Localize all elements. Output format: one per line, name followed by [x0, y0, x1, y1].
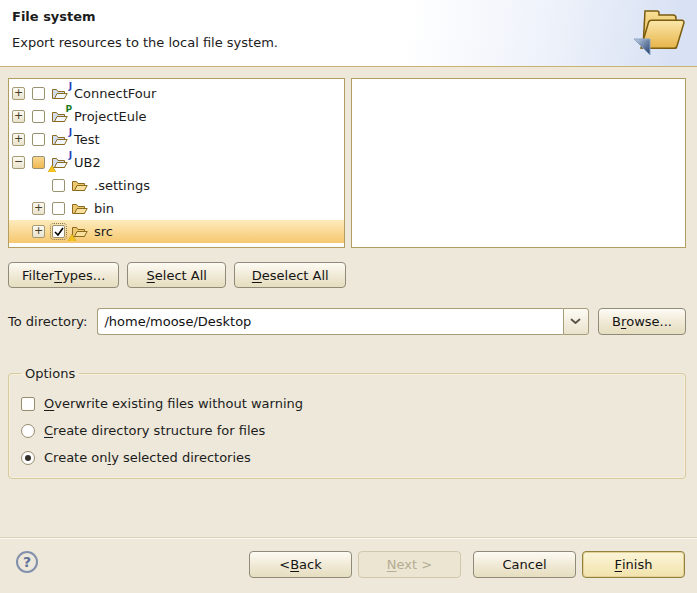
tree-row-UB2[interactable]: −JUB2 — [9, 151, 344, 174]
file-list-pane[interactable] — [351, 78, 686, 248]
tree-item-checkbox[interactable] — [32, 110, 45, 123]
to-directory-label: To directory: — [8, 314, 87, 329]
tree-item-label[interactable]: ConnectFour — [74, 86, 156, 101]
only-selected-label: Create only selected directories — [44, 450, 251, 465]
java-project-folder-icon: J — [51, 133, 69, 147]
filter-types-button[interactable]: Filter Types... — [8, 262, 119, 288]
directory-combo — [97, 308, 589, 335]
folder-warning-icon — [71, 225, 89, 239]
cancel-button[interactable]: Cancel — [473, 551, 576, 578]
directory-input[interactable] — [97, 308, 563, 335]
export-folder-icon — [625, 2, 689, 64]
tree-item-label[interactable]: src — [94, 224, 113, 239]
help-button[interactable]: ? — [16, 551, 38, 573]
browse-button[interactable]: Browse... — [598, 308, 686, 335]
tree-expander-icon[interactable]: + — [12, 110, 25, 123]
selection-buttons: Filter Types... Select All Deselect All — [8, 262, 346, 288]
wizard-buttons: < Back Next > Cancel Finish — [249, 551, 685, 578]
tree-item-label[interactable]: UB2 — [74, 155, 101, 170]
export-wizard-dialog: File system Export resources to the loca… — [0, 0, 697, 593]
directory-structure-option[interactable]: Create directory structure for files — [21, 422, 675, 439]
tree-item-checkbox[interactable] — [52, 202, 65, 215]
java-project-folder-icon: J — [51, 87, 69, 101]
tree-row-bin[interactable]: +bin — [9, 197, 344, 220]
tree-expander-icon[interactable]: + — [12, 87, 25, 100]
tree-item-checkbox[interactable] — [32, 87, 45, 100]
only-selected-option[interactable]: Create only selected directories — [21, 449, 675, 466]
resource-tree[interactable]: +JConnectFour+PProjectEule+JTest−JUB2.se… — [8, 78, 345, 248]
tree-item-checkbox[interactable] — [32, 133, 45, 146]
tree-expander-icon[interactable]: + — [12, 133, 25, 146]
tree-expander-icon[interactable]: + — [32, 225, 45, 238]
tree-item-label[interactable]: bin — [94, 201, 114, 216]
decorator-J-icon: J — [69, 151, 72, 160]
warning-decorator-icon — [68, 234, 76, 241]
decorator-J-icon: J — [69, 82, 72, 91]
tree-expander-icon[interactable]: − — [12, 156, 25, 169]
button-bar: ? < Back Next > Cancel Finish — [0, 537, 697, 593]
tree-item-checkbox[interactable] — [32, 156, 45, 169]
tree-row-.settings[interactable]: .settings — [9, 174, 344, 197]
next-button[interactable]: Next > — [358, 551, 461, 578]
directory-dropdown-button[interactable] — [563, 308, 589, 335]
destination-row: To directory: Browse... — [8, 308, 686, 335]
directory-structure-radio[interactable] — [21, 424, 35, 438]
page-title: File system — [12, 9, 96, 24]
tree-item-checkbox[interactable] — [52, 179, 65, 192]
only-selected-radio[interactable] — [21, 451, 35, 465]
tree-item-label[interactable]: Test — [74, 132, 100, 147]
tree-item-label[interactable]: ProjectEule — [74, 109, 147, 124]
options-group: Options Overwrite existing files without… — [8, 366, 686, 479]
back-button[interactable]: < Back — [249, 551, 352, 578]
tree-expander-icon[interactable]: + — [32, 202, 45, 215]
tree-row-ProjectEule[interactable]: +PProjectEule — [9, 105, 344, 128]
decorator-J-icon: J — [69, 128, 72, 137]
tree-row-Test[interactable]: +JTest — [9, 128, 344, 151]
java-project-folder-warning-icon: J — [51, 156, 69, 170]
decorator-P-icon: P — [65, 105, 72, 114]
wizard-banner: File system Export resources to the loca… — [0, 0, 697, 67]
chevron-down-icon — [570, 318, 581, 325]
overwrite-option[interactable]: Overwrite existing files without warning — [21, 395, 675, 412]
tree-item-label[interactable]: .settings — [94, 178, 150, 193]
tree-item-checkbox[interactable] — [52, 225, 65, 238]
deselect-all-button[interactable]: Deselect All — [234, 262, 346, 288]
finish-button[interactable]: Finish — [582, 551, 685, 578]
folder-icon — [71, 202, 89, 216]
select-all-button[interactable]: Select All — [127, 262, 226, 288]
tree-row-src[interactable]: +src — [9, 220, 344, 243]
directory-structure-label: Create directory structure for files — [44, 423, 265, 438]
folder-icon — [71, 179, 89, 193]
warning-decorator-icon — [48, 165, 56, 172]
page-subtitle: Export resources to the local file syste… — [12, 35, 278, 50]
overwrite-label: Overwrite existing files without warning — [44, 396, 303, 411]
project-folder-icon: P — [51, 110, 69, 124]
options-group-title: Options — [21, 366, 79, 381]
tree-row-ConnectFour[interactable]: +JConnectFour — [9, 82, 344, 105]
overwrite-checkbox[interactable] — [21, 397, 35, 411]
